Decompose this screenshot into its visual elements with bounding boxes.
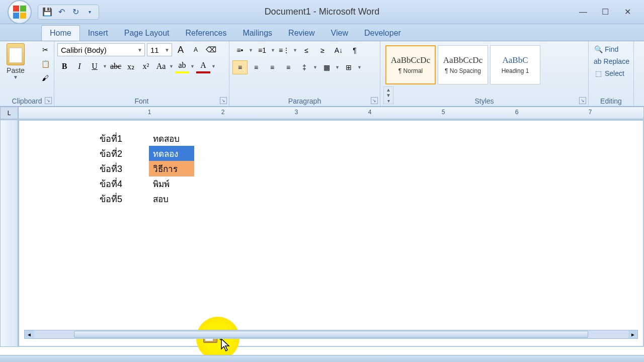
grow-font-button[interactable]: A (174, 43, 187, 56)
save-button[interactable]: 💾 (41, 6, 53, 18)
qat-customize-button[interactable]: ▾ (84, 6, 96, 18)
font-size-combo[interactable]: 11▼ (147, 43, 172, 56)
document-row: ข้อที่3 วิธีการ (100, 161, 562, 176)
borders-button[interactable]: ⊞ (341, 60, 356, 74)
change-case-button[interactable]: Aa (154, 59, 168, 73)
scroll-left-button[interactable]: ◄ (25, 330, 34, 338)
paste-button[interactable]: Paste ▼ (3, 43, 28, 80)
replace-icon: ab (594, 57, 602, 66)
case-dropdown[interactable]: ▼ (169, 64, 174, 69)
scroll-track[interactable] (34, 330, 628, 338)
minimize-button[interactable]: — (577, 6, 590, 19)
tab-selector[interactable]: L (0, 107, 18, 119)
numbering-dropdown[interactable]: ▼ (271, 43, 276, 57)
line-spacing-button[interactable]: ‡ (297, 60, 312, 74)
style-normal[interactable]: AaBbCcDc ¶ Normal (385, 45, 436, 84)
select-button[interactable]: ⬚ Select (592, 67, 630, 79)
undo-button[interactable]: ↶ (55, 6, 67, 18)
align-left-button[interactable]: ≡ (232, 60, 248, 74)
paste-label: Paste (7, 66, 25, 74)
paste-dropdown-arrow[interactable]: ▼ (13, 74, 18, 80)
row-label: ข้อที่2 (100, 146, 149, 161)
numbering-button[interactable]: ≡1 (255, 43, 270, 57)
horizontal-scrollbar[interactable]: ◄ ► (24, 330, 638, 339)
scroll-thumb[interactable] (74, 331, 588, 338)
document-page[interactable]: ข้อที่1 ทดสอบ ข้อที่2 ทดลอง ข้อที่3 วิธี… (19, 121, 643, 346)
underline-button[interactable]: U (88, 59, 102, 73)
redo-button[interactable]: ↻ (69, 6, 82, 18)
show-marks-button[interactable]: ¶ (347, 43, 362, 57)
highlight-dropdown[interactable]: ▼ (190, 64, 195, 69)
paragraph-launcher[interactable]: ↘ (371, 97, 378, 104)
tab-page-layout[interactable]: Page Layout (116, 26, 178, 41)
row-content: สอบ (149, 191, 173, 207)
replace-button[interactable]: ab Replace (592, 55, 630, 67)
justify-button[interactable]: ≡ (281, 60, 296, 74)
bullets-dropdown[interactable]: ▼ (249, 43, 254, 57)
row-content: ทดสอบ (149, 131, 184, 146)
row-content-selected: ทดลอง (149, 146, 194, 161)
style-name: ¶ Normal (398, 67, 423, 74)
borders-dropdown[interactable]: ▼ (357, 60, 362, 74)
vertical-ruler[interactable] (0, 120, 18, 347)
strikethrough-button[interactable]: abc (109, 59, 123, 73)
tab-mailings[interactable]: Mailings (234, 26, 280, 41)
multilevel-dropdown[interactable]: ▼ (293, 43, 298, 57)
tab-references[interactable]: References (178, 26, 235, 41)
font-launcher[interactable]: ↘ (220, 97, 227, 104)
find-label: Find (605, 45, 618, 53)
italic-button[interactable]: I (72, 59, 87, 73)
shrink-font-button[interactable]: A (189, 43, 202, 56)
tab-review[interactable]: Review (280, 26, 323, 41)
tab-developer[interactable]: Developer (356, 26, 409, 41)
tab-insert[interactable]: Insert (80, 26, 116, 41)
cut-button[interactable]: ✂ (40, 44, 51, 55)
scroll-right-button[interactable]: ► (628, 330, 637, 338)
subscript-button[interactable]: x₂ (124, 59, 138, 73)
close-button[interactable]: ✕ (621, 6, 634, 19)
highlight-button[interactable]: ab (175, 59, 189, 73)
decrease-indent-button[interactable]: ≤ (299, 43, 314, 57)
window-controls: — ☐ ✕ (577, 6, 634, 19)
style-heading-1[interactable]: AaBbC Heading 1 (490, 45, 540, 84)
multilevel-list-button[interactable]: ≡⋮ (277, 43, 292, 57)
format-painter-button[interactable]: 🖌 (40, 72, 51, 83)
tab-view[interactable]: View (323, 26, 356, 41)
office-button[interactable] (8, 0, 32, 24)
document-row: ข้อที่4 พิมพ์ (100, 176, 562, 191)
spacing-dropdown[interactable]: ▼ (313, 60, 318, 74)
document-area: ข้อที่1 ทดสอบ ข้อที่2 ทดลอง ข้อที่3 วิธี… (0, 120, 644, 347)
increase-indent-button[interactable]: ≥ (315, 43, 330, 57)
bullets-button[interactable]: ≡• (232, 43, 248, 57)
font-name-combo[interactable]: Calibri (Body)▼ (57, 43, 145, 56)
font-color-dropdown[interactable]: ▼ (211, 64, 216, 69)
maximize-button[interactable]: ☐ (599, 6, 612, 19)
clear-formatting-button[interactable]: ⌫ (204, 43, 217, 56)
tab-home[interactable]: Home (41, 25, 80, 41)
titlebar: 💾 ↶ ↻ ▾ Document1 - Microsoft Word — ☐ ✕ (0, 0, 644, 24)
style-sample: AaBbCcDc (391, 55, 430, 65)
shading-button[interactable]: ▦ (319, 60, 334, 74)
style-gallery: AaBbCcDc ¶ Normal AaBbCcDc ¶ No Spacing … (383, 43, 585, 86)
horizontal-ruler[interactable]: 1 2 3 4 5 6 7 (18, 107, 644, 119)
ribbon: Paste ▼ ✂ 📋 🖌 Clipboard ↘ Calibri (Body)… (0, 41, 644, 107)
sort-button[interactable]: A↓ (331, 43, 346, 57)
style-sample: AaBbCcDc (443, 55, 482, 65)
underline-dropdown[interactable]: ▼ (103, 64, 108, 69)
ruler-mark-5: 5 (442, 109, 445, 116)
align-center-button[interactable]: ≡ (249, 60, 264, 74)
clipboard-launcher[interactable]: ↘ (45, 97, 52, 104)
replace-label: Replace (604, 57, 629, 65)
copy-button[interactable]: 📋 (40, 58, 51, 69)
editing-group: 🔍 Find ab Replace ⬚ Select Editing (589, 41, 634, 106)
shading-dropdown[interactable]: ▼ (335, 60, 340, 74)
ruler-mark-1: 1 (148, 109, 151, 116)
styles-launcher[interactable]: ↘ (579, 97, 586, 104)
horizontal-ruler-area: L 1 2 3 4 5 6 7 (0, 107, 644, 120)
find-button[interactable]: 🔍 Find (592, 43, 630, 55)
align-right-button[interactable]: ≡ (265, 60, 280, 74)
superscript-button[interactable]: x² (139, 59, 153, 73)
font-color-button[interactable]: A (196, 59, 210, 73)
style-no-spacing[interactable]: AaBbCcDc ¶ No Spacing (438, 45, 488, 84)
bold-button[interactable]: B (57, 59, 71, 73)
